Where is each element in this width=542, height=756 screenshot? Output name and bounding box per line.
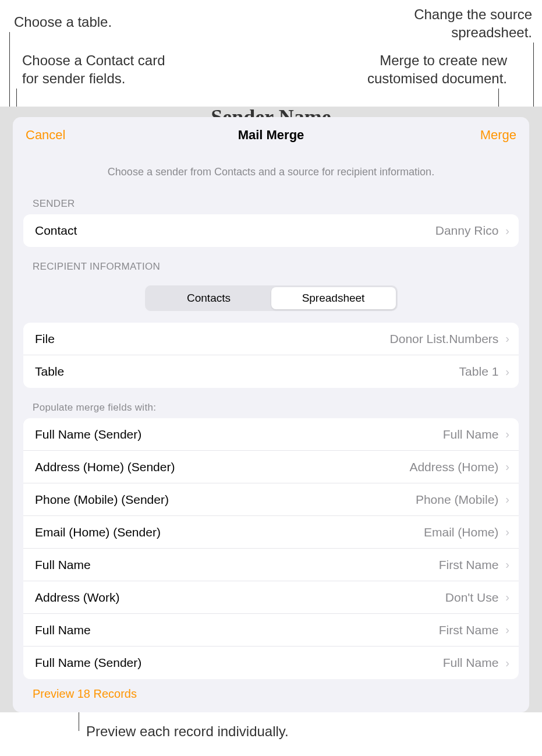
- merge-field-label: Full Name (Sender): [35, 428, 141, 441]
- table-label: Table: [35, 365, 64, 379]
- table-row[interactable]: Table Table 1 ›: [23, 355, 519, 388]
- chevron-right-icon: ›: [505, 332, 509, 345]
- merge-field-label: Full Name (Sender): [35, 656, 141, 670]
- callout-text: Merge to create new: [367, 51, 507, 69]
- chevron-right-icon: ›: [505, 558, 509, 571]
- chevron-right-icon: ›: [505, 460, 509, 474]
- chevron-right-icon: ›: [505, 428, 509, 441]
- file-row[interactable]: File Donor List.Numbers ›: [23, 323, 519, 355]
- merge-field-label: Address (Work): [35, 591, 119, 605]
- merge-field-value-text: Address (Home): [409, 460, 498, 474]
- callout-text: Change the source: [414, 5, 532, 23]
- file-value: Donor List.Numbers ›: [390, 332, 509, 346]
- merge-field-label: Full Name: [35, 558, 91, 572]
- merge-field-value-text: Full Name: [443, 656, 499, 670]
- merge-field-value: Full Name ›: [443, 428, 509, 441]
- recipient-file-group: File Donor List.Numbers › Table Table 1 …: [23, 323, 519, 388]
- merge-field-row[interactable]: Email (Home) (Sender) Email (Home) ›: [23, 516, 519, 549]
- cancel-button[interactable]: Cancel: [26, 128, 65, 143]
- merge-field-value: Full Name ›: [443, 656, 509, 670]
- sender-group: Contact Danny Rico ›: [23, 214, 519, 247]
- chevron-right-icon: ›: [505, 525, 509, 539]
- merge-field-value-text: Email (Home): [424, 525, 498, 539]
- merge-field-value: First Name ›: [439, 558, 509, 572]
- merge-field-value-text: First Name: [439, 623, 499, 637]
- preview-records-link[interactable]: Preview 18 Records: [13, 679, 529, 709]
- merge-field-value: Don't Use ›: [445, 591, 509, 605]
- callout-text: spreadsheet.: [414, 23, 532, 41]
- merge-field-value-text: First Name: [439, 558, 499, 572]
- callout-preview-records: Preview each record individually.: [86, 722, 289, 740]
- sheet-header: Cancel Mail Merge Merge: [13, 117, 529, 149]
- merge-field-value: Address (Home) ›: [409, 460, 509, 474]
- callout-choose-table: Choose a table.: [14, 13, 112, 31]
- callout-merge-create: Merge to create new customised document.: [367, 51, 507, 87]
- merge-field-row[interactable]: Full Name (Sender) Full Name ›: [23, 647, 519, 679]
- mail-merge-sheet: Cancel Mail Merge Merge Choose a sender …: [13, 117, 529, 712]
- merge-field-value-text: Don't Use: [445, 591, 499, 605]
- segment-contacts[interactable]: Contacts: [147, 287, 271, 309]
- callout-text: customised document.: [367, 69, 507, 87]
- merge-field-label: Email (Home) (Sender): [35, 525, 161, 539]
- chevron-right-icon: ›: [505, 365, 509, 379]
- file-value-text: Donor List.Numbers: [390, 332, 499, 346]
- table-value: Table 1 ›: [459, 365, 509, 379]
- chevron-right-icon: ›: [505, 656, 509, 670]
- merge-field-row[interactable]: Full Name First Name ›: [23, 549, 519, 581]
- merge-field-label: Full Name: [35, 623, 91, 637]
- sheet-title: Mail Merge: [13, 128, 529, 143]
- chevron-right-icon: ›: [505, 623, 509, 637]
- callout-change-source: Change the source spreadsheet.: [414, 5, 532, 41]
- chevron-right-icon: ›: [505, 591, 509, 604]
- contact-label: Contact: [35, 224, 77, 238]
- merge-field-row[interactable]: Full Name (Sender) Full Name ›: [23, 418, 519, 451]
- merge-field-row[interactable]: Address (Work) Don't Use ›: [23, 581, 519, 614]
- merge-button[interactable]: Merge: [480, 128, 516, 143]
- sheet-subtitle: Choose a sender from Contacts and a sour…: [13, 149, 529, 184]
- file-label: File: [35, 332, 55, 346]
- merge-field-value: Phone (Mobile) ›: [416, 493, 509, 507]
- recipient-source-segmented: Contacts Spreadsheet: [145, 285, 398, 311]
- merge-field-value-text: Full Name: [443, 428, 499, 441]
- merge-field-label: Phone (Mobile) (Sender): [35, 493, 169, 507]
- merge-field-label: Address (Home) (Sender): [35, 460, 175, 474]
- callout-text: for sender fields.: [22, 69, 165, 87]
- merge-fields-group: Full Name (Sender) Full Name › Address (…: [23, 418, 519, 679]
- sender-section-header: Sender: [13, 184, 529, 214]
- merge-field-value-text: Phone (Mobile): [416, 493, 498, 507]
- merge-field-row[interactable]: Address (Home) (Sender) Address (Home) ›: [23, 451, 519, 483]
- populate-fields-header: Populate merge fields with:: [13, 388, 529, 418]
- merge-field-row[interactable]: Phone (Mobile) (Sender) Phone (Mobile) ›: [23, 483, 519, 516]
- chevron-right-icon: ›: [505, 493, 509, 506]
- segment-spreadsheet[interactable]: Spreadsheet: [271, 287, 396, 309]
- contact-value: Danny Rico ›: [435, 224, 509, 238]
- recipient-section-header: Recipient Information: [13, 247, 529, 277]
- merge-field-value: Email (Home) ›: [424, 525, 509, 539]
- contact-row[interactable]: Contact Danny Rico ›: [23, 214, 519, 247]
- chevron-right-icon: ›: [505, 224, 509, 238]
- callout-text: Choose a Contact card: [22, 51, 165, 69]
- table-value-text: Table 1: [459, 365, 499, 379]
- merge-field-row[interactable]: Full Name First Name ›: [23, 614, 519, 647]
- callout-choose-contact: Choose a Contact card for sender fields.: [22, 51, 165, 87]
- contact-value-text: Danny Rico: [435, 224, 499, 238]
- merge-field-value: First Name ›: [439, 623, 509, 637]
